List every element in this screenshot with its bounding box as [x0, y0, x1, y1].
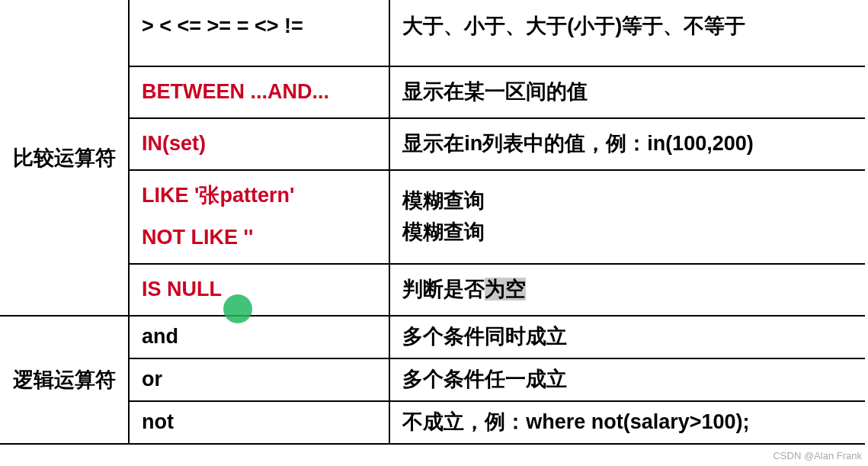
table-row: IN(set) 显示在in列表中的值，例：in(100,200) — [0, 118, 865, 170]
op-cell: > < <= >= = <> != — [129, 0, 389, 66]
desc-cell: 显示在in列表中的值，例：in(100,200) — [389, 118, 865, 170]
table-row: LIKE '张pattern' NOT LIKE '' 模糊查询 模糊查询 — [0, 170, 865, 265]
op-cell: not — [129, 401, 389, 444]
watermark-text: CSDN @Alan Frank — [773, 450, 862, 461]
table-row: BETWEEN ...AND... 显示在某一区间的值 — [0, 66, 865, 118]
category-label: 比较运算符 — [13, 146, 116, 169]
op-text-line1: LIKE '张pattern' — [142, 180, 376, 212]
desc-text: 大于、小于、大于(小于)等于、不等于 — [402, 14, 745, 37]
desc-cell: 大于、小于、大于(小于)等于、不等于 — [389, 0, 865, 66]
desc-text-part-a: 判断是否 — [402, 278, 485, 300]
op-cell: BETWEEN ...AND... — [129, 66, 389, 118]
op-cell: IS NULL — [129, 264, 389, 316]
op-text: or — [142, 368, 162, 390]
desc-cell: 判断是否为空 — [389, 264, 865, 316]
desc-cell: 不成立，例：where not(salary>100); — [389, 401, 865, 444]
op-text: IN(set) — [142, 132, 206, 155]
op-text: BETWEEN ...AND... — [142, 80, 329, 103]
op-text: IS NULL — [142, 278, 222, 300]
table-row: 比较运算符 > < <= >= = <> != 大于、小于、大于(小于)等于、不… — [0, 0, 865, 66]
desc-text-line1: 模糊查询 — [402, 185, 853, 217]
desc-text: 不成立，例：where not(salary>100); — [402, 410, 749, 433]
category-compare: 比较运算符 — [0, 0, 129, 316]
desc-text-part-b: 为空 — [485, 278, 526, 300]
desc-cell: 多个条件任一成立 — [389, 358, 865, 401]
category-label: 逻辑运算符 — [13, 368, 116, 391]
op-cell: or — [129, 358, 389, 401]
table-row: IS NULL 判断是否为空 — [0, 264, 865, 316]
desc-text: 显示在某一区间的值 — [402, 80, 588, 103]
category-logic: 逻辑运算符 — [0, 316, 129, 444]
op-text: and — [142, 325, 178, 348]
op-cell: and — [129, 316, 389, 358]
op-cell: IN(set) — [129, 118, 389, 170]
op-text: > < <= >= = <> != — [142, 14, 303, 37]
desc-cell: 多个条件同时成立 — [389, 316, 865, 358]
desc-cell: 显示在某一区间的值 — [389, 66, 865, 118]
operators-table: 比较运算符 > < <= >= = <> != 大于、小于、大于(小于)等于、不… — [0, 0, 865, 445]
table-row: or 多个条件任一成立 — [0, 358, 865, 401]
desc-text: 多个条件任一成立 — [402, 368, 567, 390]
op-cell: LIKE '张pattern' NOT LIKE '' — [129, 170, 389, 265]
op-text-line2: NOT LIKE '' — [142, 222, 376, 254]
desc-text: 显示在in列表中的值，例：in(100,200) — [402, 132, 754, 155]
table-row: not 不成立，例：where not(salary>100); — [0, 401, 865, 444]
desc-text: 多个条件同时成立 — [402, 325, 567, 348]
op-text: not — [142, 410, 174, 433]
desc-cell: 模糊查询 模糊查询 — [389, 170, 865, 265]
table-row: 逻辑运算符 and 多个条件同时成立 — [0, 316, 865, 358]
desc-text-line2: 模糊查询 — [402, 217, 853, 249]
